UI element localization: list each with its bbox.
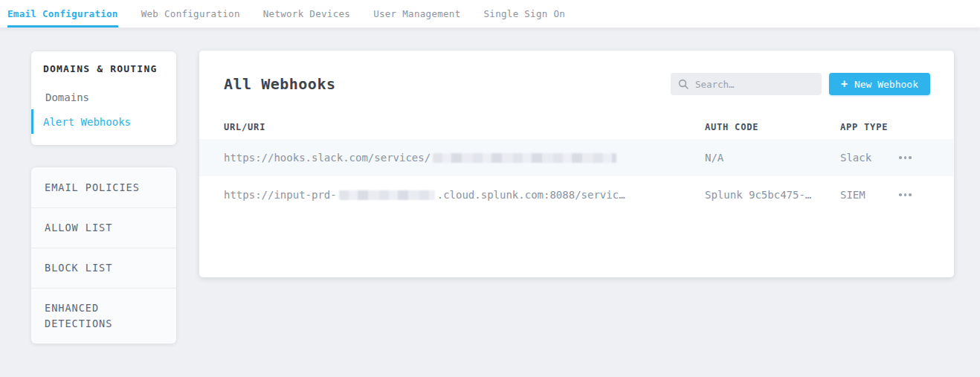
url-text: .cloud.splunk.com:8088/servic… (437, 189, 625, 201)
webhook-url: https://input-prd- .cloud.splunk.com:808… (224, 189, 705, 201)
tab-single-sign-on[interactable]: Single Sign On (484, 0, 566, 28)
sidebar-group-header: DOMAINS & ROUTING (31, 63, 176, 85)
tab-web-configuration[interactable]: Web Configuration (141, 0, 240, 28)
new-webhook-button[interactable]: + New Webhook (829, 73, 930, 95)
sidebar-item-enhanced-detections[interactable]: ENHANCED DETECTIONS (31, 288, 176, 344)
page-title: All Webhooks (224, 75, 671, 93)
sidebar-item-email-policies[interactable]: EMAIL POLICIES (31, 167, 176, 207)
auth-code-value: Splunk 9c5bc475-… (705, 189, 840, 201)
app-window: Email Configuration Web Configuration Ne… (0, 0, 980, 377)
tab-network-devices[interactable]: Network Devices (263, 0, 350, 28)
url-text: https://hooks.slack.com/services/ (224, 152, 431, 164)
top-nav-bar: Email Configuration Web Configuration Ne… (0, 0, 980, 28)
auth-code-value: N/A (705, 152, 840, 164)
table-row-slack-webhook: https://hooks.slack.com/services/ N/A Sl… (199, 139, 954, 176)
plus-icon: + (841, 79, 848, 90)
url-text: https://input-prd- (224, 189, 337, 201)
tab-user-management[interactable]: User Management (373, 0, 460, 28)
row-menu-ellipsis-button[interactable] (897, 189, 918, 201)
table-header: URL/URI AUTH CODE APP TYPE (224, 115, 930, 139)
app-type-value: SIEM (840, 189, 897, 201)
table-row-splunk-webhook: https://input-prd- .cloud.splunk.com:808… (199, 176, 954, 213)
new-webhook-button-label: New Webhook (854, 79, 918, 90)
webhook-url: https://hooks.slack.com/services/ (224, 152, 705, 164)
sidebar-item-allow-list[interactable]: ALLOW LIST (31, 207, 176, 248)
panel-header: All Webhooks + New Webhook (224, 73, 930, 95)
column-header-url: URL/URI (224, 122, 705, 132)
redacted-url-segment (339, 190, 435, 200)
redacted-url-segment (433, 153, 616, 163)
column-header-auth-code: AUTH CODE (705, 122, 840, 132)
sidebar-item-domains[interactable]: Domains (31, 85, 176, 109)
search-icon (678, 79, 689, 89)
webhooks-panel: All Webhooks + New Webhook URL/URI AUTH … (199, 51, 954, 277)
sidebar-item-block-list[interactable]: BLOCK LIST (31, 248, 176, 288)
column-header-app-type: APP TYPE (840, 122, 897, 132)
search-input[interactable] (695, 79, 807, 90)
row-menu-ellipsis-button[interactable] (897, 152, 918, 164)
app-type-value: Slack (840, 152, 897, 164)
sidebar-sections-card: EMAIL POLICIES ALLOW LIST BLOCK LIST ENH… (31, 167, 176, 344)
tab-email-configuration[interactable]: Email Configuration (7, 0, 118, 28)
sidebar-item-alert-webhooks[interactable]: Alert Webhooks (31, 109, 176, 134)
search-box[interactable] (671, 73, 822, 95)
sidebar-domains-routing-card: DOMAINS & ROUTING Domains Alert Webhooks (31, 51, 176, 145)
